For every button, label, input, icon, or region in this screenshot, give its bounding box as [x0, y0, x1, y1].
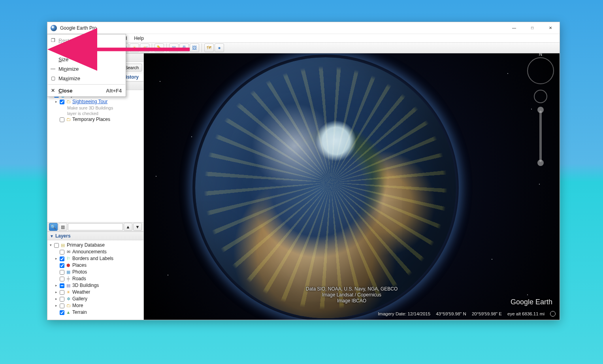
- checkbox[interactable]: [60, 117, 64, 122]
- look-joystick[interactable]: [534, 90, 547, 103]
- hint-text: layer is checked: [67, 111, 143, 116]
- attribution-line: Image IBCAO: [306, 298, 398, 304]
- layer-row[interactable]: ✉Announcements: [48, 249, 143, 255]
- panel-toggle-button[interactable]: ▥: [58, 223, 67, 231]
- ruler-button[interactable]: 📏: [155, 43, 164, 52]
- layer-icon: 🗀: [66, 303, 71, 309]
- compass-control[interactable]: N: [527, 57, 554, 84]
- layer-row[interactable]: ▸🗀More: [48, 302, 143, 309]
- save-image-button[interactable]: 🖼: [190, 43, 199, 52]
- brand-watermark: Google Earth: [511, 298, 552, 306]
- sunlight-button[interactable]: ☀: [130, 43, 139, 52]
- layer-label: Photos: [72, 269, 87, 275]
- expand-icon[interactable]: ▸: [54, 282, 58, 289]
- layer-label: Places: [72, 262, 87, 269]
- layer-row[interactable]: ▸⚐Borders and Labels: [48, 255, 143, 262]
- compass-north-label: N: [538, 53, 543, 57]
- status-lat: 43°59'59.98" N: [436, 311, 466, 316]
- planets-button[interactable]: 🪐: [140, 43, 149, 52]
- layer-row[interactable]: ╪Roads: [48, 275, 143, 282]
- expand-icon[interactable]: ▸: [54, 296, 58, 302]
- layer-row[interactable]: ⬢Places: [48, 262, 143, 269]
- expand-icon[interactable]: ▸: [54, 255, 58, 262]
- zoom-slider[interactable]: [539, 111, 542, 162]
- folder-icon: 🗀: [66, 117, 71, 123]
- maximize-button[interactable]: □: [523, 22, 541, 34]
- checkbox[interactable]: [60, 283, 64, 288]
- find-button[interactable]: 🔍: [49, 223, 58, 231]
- app-icon[interactable]: [51, 25, 57, 31]
- layer-label: 3D Buildings: [72, 282, 99, 289]
- menu-separator: [48, 84, 125, 85]
- checkbox[interactable]: [60, 256, 64, 261]
- layer-icon: ⚐: [66, 256, 71, 262]
- layer-icon: ╪: [66, 276, 71, 282]
- sysmenu-close[interactable]: ✕ Close Alt+F4: [47, 86, 126, 95]
- checkbox[interactable]: [60, 290, 64, 295]
- up-button[interactable]: ▲: [124, 223, 132, 231]
- attribution-line: Data SIO, NOAA, U.S. Navy, NGA, GEBCO: [306, 286, 398, 292]
- checkbox[interactable]: [54, 243, 59, 248]
- sysmenu-minimize[interactable]: — Minimize: [47, 64, 126, 74]
- checkbox[interactable]: [60, 100, 64, 104]
- checkbox[interactable]: [60, 304, 64, 308]
- sysmenu-move[interactable]: Move: [47, 45, 126, 55]
- tree-row-temp-places[interactable]: 🗀 Temporary Places: [48, 116, 143, 123]
- expand-icon[interactable]: ▸: [54, 302, 58, 309]
- close-icon: ✕: [50, 88, 56, 93]
- checkbox[interactable]: [60, 310, 64, 315]
- layers-tree: ▾ ▤ Primary Database ✉Announcements▸⚐Bor…: [47, 240, 143, 320]
- layer-row[interactable]: ▸▤3D Buildings: [48, 282, 143, 289]
- globe-view-button[interactable]: ●: [215, 43, 224, 52]
- maximize-icon: ▢: [50, 75, 56, 81]
- sysmenu-size[interactable]: Size: [47, 55, 126, 64]
- checkbox[interactable]: [60, 270, 64, 275]
- titlebar[interactable]: Google Earth Pro — □ ✕: [47, 22, 560, 34]
- layers-panel-header[interactable]: ▼ Layers: [47, 232, 143, 240]
- layer-icon: ☀: [66, 290, 71, 295]
- checkbox[interactable]: [60, 250, 64, 255]
- minimize-button[interactable]: —: [505, 22, 523, 34]
- checkbox[interactable]: [60, 263, 64, 268]
- record-indicator-icon: [550, 311, 556, 317]
- layer-icon: ✉: [66, 249, 71, 255]
- tree-row-primary-db[interactable]: ▾ ▤ Primary Database: [48, 242, 143, 249]
- tree-row-sightseeing[interactable]: ▸ 🗀 Sightseeing Tour: [48, 98, 143, 105]
- window-controls: — □ ✕: [505, 22, 560, 34]
- statusbar: Imagery Date: 12/14/2015 43°59'59.98" N …: [378, 311, 556, 317]
- globe[interactable]: [195, 57, 456, 318]
- minimize-icon: —: [50, 66, 56, 72]
- sysmenu-maximize[interactable]: ▢ Maximize: [47, 74, 126, 83]
- down-button[interactable]: ▼: [133, 223, 142, 231]
- layer-row[interactable]: ▸✲Gallery: [48, 296, 143, 302]
- layer-row[interactable]: ▦Photos: [48, 269, 143, 275]
- layer-icon: ▤: [66, 283, 71, 289]
- layer-label: More: [72, 302, 83, 309]
- email-button[interactable]: ✉: [169, 43, 179, 52]
- checkbox[interactable]: [60, 277, 64, 281]
- filter-input[interactable]: [68, 223, 123, 230]
- expand-icon[interactable]: ▸: [54, 289, 58, 296]
- shortcut-label: Alt+F4: [106, 88, 122, 94]
- chevron-down-icon: ▼: [50, 234, 54, 238]
- view-in-maps-button[interactable]: 🗺: [204, 43, 214, 52]
- layers-panel-label: Layers: [55, 233, 71, 239]
- database-icon: ▤: [60, 243, 66, 248]
- map-viewport[interactable]: N Data SIO, NOAA, U.S. Navy, NGA, GEBCO …: [144, 53, 560, 320]
- status-alt: eye alt 6836.11 mi: [507, 311, 545, 316]
- checkbox[interactable]: [60, 297, 64, 302]
- close-button[interactable]: ✕: [541, 22, 560, 34]
- restore-icon: ❐: [50, 38, 56, 43]
- layer-label: Weather: [72, 289, 90, 296]
- window-title: Google Earth Pro: [60, 25, 97, 31]
- print-button[interactable]: 🖶: [179, 43, 189, 52]
- layer-row[interactable]: ▸☀Weather: [48, 289, 143, 296]
- sightseeing-link[interactable]: Sightseeing Tour: [72, 98, 107, 105]
- menu-help[interactable]: Help: [131, 35, 147, 42]
- status-lon: 20°59'59.98" E: [472, 311, 502, 316]
- layer-row[interactable]: ▲Terrain: [48, 309, 143, 316]
- layer-icon: ▦: [66, 270, 71, 275]
- system-menu[interactable]: ❐ Restore Move Size — Minimize ▢ Maximiz…: [47, 34, 126, 97]
- tree-label: Primary Database: [67, 242, 105, 249]
- sysmenu-restore: ❐ Restore: [47, 36, 126, 45]
